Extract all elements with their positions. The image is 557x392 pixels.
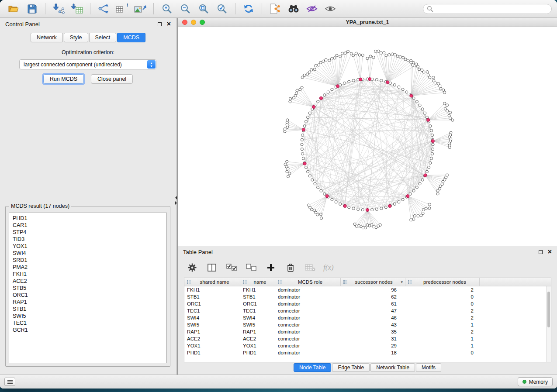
tab-edge-table[interactable]: Edge Table bbox=[332, 363, 370, 372]
table-cell[interactable]: SWI4 bbox=[184, 315, 240, 320]
table-cell[interactable]: RAP1 bbox=[184, 329, 240, 334]
table-cell[interactable]: SWI5 bbox=[184, 322, 240, 327]
table-cell[interactable]: SWI4 bbox=[240, 315, 275, 320]
table-row[interactable]: ACE2ACE2connector311 bbox=[184, 335, 546, 342]
find-button[interactable] bbox=[285, 2, 302, 16]
table-cell[interactable]: ACE2 bbox=[184, 336, 240, 341]
table-cell[interactable]: SWI5 bbox=[240, 322, 275, 327]
search-input[interactable] bbox=[423, 4, 552, 14]
open-session-button[interactable] bbox=[5, 2, 22, 16]
network-window-titlebar[interactable]: YPA_prune.txt_1 bbox=[178, 18, 557, 27]
table-row[interactable]: PHD1PHD1dominator180 bbox=[184, 349, 546, 356]
table-cell[interactable]: connector bbox=[275, 322, 341, 327]
float-table-panel-icon[interactable] bbox=[539, 250, 543, 254]
table-cell[interactable]: 96 bbox=[341, 287, 405, 292]
splitter-collapse-icon[interactable] bbox=[175, 196, 177, 199]
table-cell[interactable]: 29 bbox=[341, 343, 405, 348]
float-panel-icon[interactable] bbox=[158, 22, 162, 26]
table-row[interactable]: YOX1YOX1connector291 bbox=[184, 342, 546, 349]
table-cell[interactable]: dominator bbox=[275, 315, 341, 320]
table-cell[interactable]: FKH1 bbox=[184, 287, 240, 292]
import-network-button[interactable] bbox=[50, 2, 67, 16]
table-cell[interactable]: PHD1 bbox=[184, 350, 240, 355]
table-cell[interactable]: STB1 bbox=[184, 294, 240, 299]
show-details-button[interactable] bbox=[322, 2, 339, 16]
table-cell[interactable]: 1 bbox=[405, 343, 480, 348]
memory-button[interactable]: Memory bbox=[518, 377, 553, 386]
column-header-mcds-role[interactable]: MCDS role bbox=[275, 278, 341, 286]
mcds-result-item[interactable]: SWI4 bbox=[9, 250, 166, 257]
table-row[interactable]: TEC1TEC1connector472 bbox=[184, 307, 546, 314]
table-cell[interactable]: 0 bbox=[405, 294, 480, 299]
import-table-button[interactable] bbox=[69, 2, 85, 16]
table-cell[interactable]: 2 bbox=[405, 315, 480, 320]
mcds-result-item[interactable]: TEC1 bbox=[9, 320, 166, 327]
mcds-result-item[interactable]: YOX1 bbox=[9, 243, 166, 250]
splitter-expand-icon[interactable] bbox=[175, 201, 177, 205]
table-row[interactable]: ORC1ORC1dominator610 bbox=[184, 300, 546, 307]
scrollbar-thumb[interactable] bbox=[547, 292, 550, 327]
table-cell[interactable]: 46 bbox=[341, 315, 405, 320]
table-cell[interactable]: RAP1 bbox=[240, 329, 275, 334]
table-cell[interactable]: 0 bbox=[405, 350, 480, 355]
mcds-result-item[interactable]: SWI5 bbox=[9, 313, 166, 320]
hide-details-button[interactable] bbox=[304, 2, 320, 16]
table-settings-button[interactable] bbox=[186, 261, 199, 274]
minimize-window-icon[interactable] bbox=[191, 20, 196, 25]
mcds-result-item[interactable]: STB5 bbox=[9, 285, 166, 292]
save-session-button[interactable] bbox=[24, 2, 40, 16]
tab-mcds[interactable]: MCDS bbox=[117, 33, 145, 42]
table-row[interactable]: SWI5SWI5connector431 bbox=[184, 321, 546, 328]
tab-node-table[interactable]: Node Table bbox=[294, 363, 332, 372]
share-document-button[interactable] bbox=[267, 2, 284, 16]
column-header-successor-nodes[interactable]: successor nodes ▾ bbox=[341, 278, 405, 286]
optimization-criterion-select[interactable]: largest connected component (undirected)… bbox=[19, 59, 156, 69]
column-header-predecessor-nodes[interactable]: predecessor nodes bbox=[405, 278, 480, 286]
tab-style[interactable]: Style bbox=[64, 33, 88, 42]
table-cell[interactable]: 1 bbox=[405, 322, 480, 327]
zoom-out-button[interactable] bbox=[177, 2, 194, 16]
table-cell[interactable]: 31 bbox=[341, 336, 405, 341]
table-cell[interactable]: 2 bbox=[405, 287, 480, 292]
tab-network[interactable]: Network bbox=[31, 33, 63, 42]
mcds-result-item[interactable]: RAP1 bbox=[9, 299, 166, 306]
network-canvas[interactable] bbox=[178, 28, 557, 246]
table-row[interactable]: SWI4SWI4dominator462 bbox=[184, 314, 546, 321]
table-cell[interactable]: YOX1 bbox=[240, 343, 275, 348]
table-cell[interactable]: 43 bbox=[341, 322, 405, 327]
table-cell[interactable]: TEC1 bbox=[240, 308, 275, 313]
table-cell[interactable]: connector bbox=[275, 308, 341, 313]
table-cell[interactable]: 0 bbox=[405, 301, 480, 306]
close-panel-icon[interactable]: × bbox=[167, 21, 171, 28]
mcds-result-item[interactable]: STP4 bbox=[9, 229, 166, 236]
column-header-shared-name[interactable]: shared name bbox=[184, 278, 240, 286]
refresh-button[interactable] bbox=[240, 2, 257, 16]
maximize-window-icon[interactable] bbox=[200, 20, 205, 25]
tab-network-table[interactable]: Network Table bbox=[370, 363, 415, 372]
export-network-button[interactable] bbox=[95, 2, 112, 16]
table-cell[interactable]: dominator bbox=[275, 301, 341, 306]
table-cell[interactable]: dominator bbox=[275, 350, 341, 355]
table-cell[interactable]: ORC1 bbox=[184, 301, 240, 306]
zoom-in-button[interactable] bbox=[159, 2, 175, 16]
close-table-panel-icon[interactable]: × bbox=[548, 248, 552, 255]
run-mcds-button[interactable]: Run MCDS bbox=[43, 74, 84, 84]
show-columns-button[interactable] bbox=[205, 261, 218, 274]
select-all-button[interactable] bbox=[225, 261, 238, 274]
mcds-result-item[interactable]: STB1 bbox=[9, 306, 166, 313]
table-cell[interactable]: 1 bbox=[405, 336, 480, 341]
column-header-name[interactable]: name bbox=[240, 278, 275, 286]
zoom-fit-button[interactable] bbox=[195, 2, 212, 16]
zoom-selected-button[interactable] bbox=[214, 2, 230, 16]
table-cell[interactable]: 2 bbox=[405, 329, 480, 334]
table-cell[interactable]: dominator bbox=[275, 287, 341, 292]
table-cell[interactable]: connector bbox=[275, 343, 341, 348]
show-panels-button[interactable] bbox=[4, 378, 15, 386]
table-cell[interactable]: 62 bbox=[341, 294, 405, 299]
mcds-result-item[interactable]: TID3 bbox=[9, 236, 166, 243]
table-cell[interactable]: dominator bbox=[275, 294, 341, 299]
tab-select[interactable]: Select bbox=[89, 33, 117, 42]
table-cell[interactable]: ACE2 bbox=[240, 336, 275, 341]
mcds-result-item[interactable]: PHD1 bbox=[9, 215, 166, 222]
mcds-result-item[interactable]: ORC1 bbox=[9, 292, 166, 299]
